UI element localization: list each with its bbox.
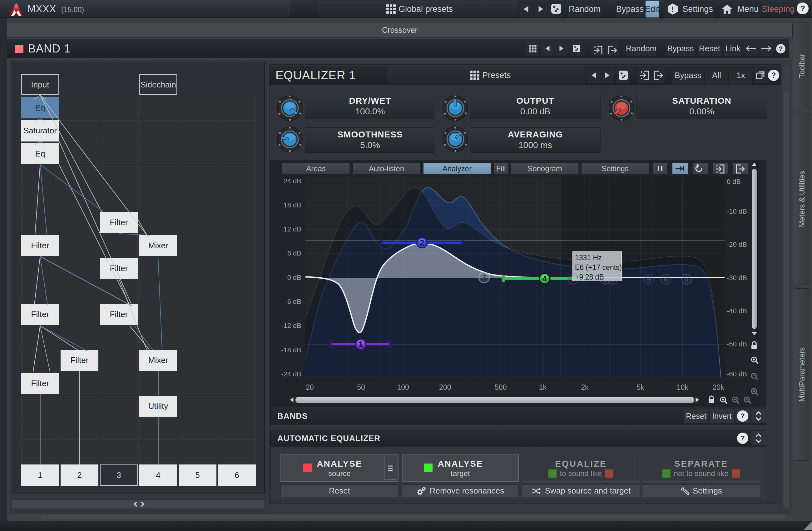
svg-text:3: 3 — [482, 273, 486, 282]
svg-text:!: ! — [671, 5, 674, 13]
svg-text:1: 1 — [359, 340, 363, 349]
svg-text:2: 2 — [420, 238, 424, 247]
svg-text:6: 6 — [664, 275, 668, 284]
svg-text:0: 0 — [684, 275, 688, 284]
svg-text:9: 9 — [647, 275, 651, 284]
svg-text:4: 4 — [542, 274, 547, 283]
